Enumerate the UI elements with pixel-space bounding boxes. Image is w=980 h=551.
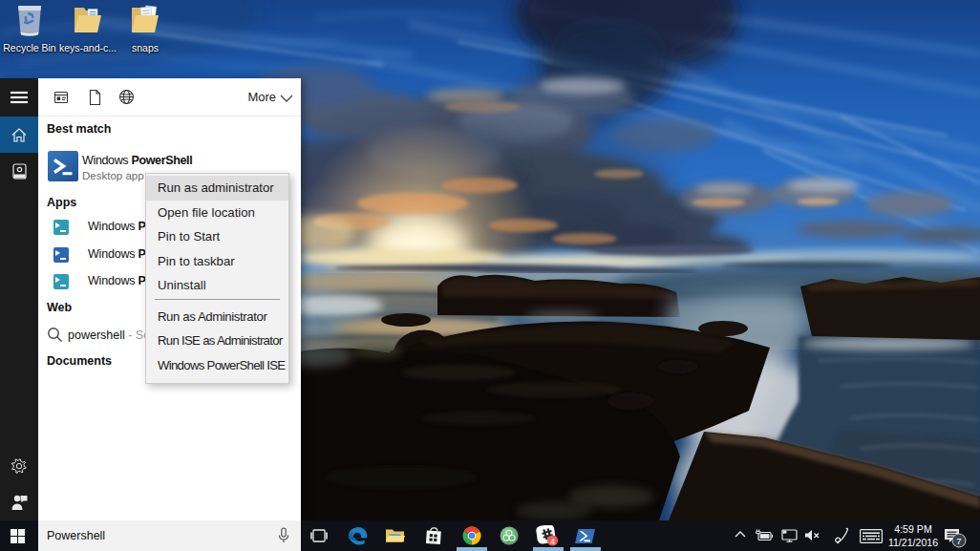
svg-text:4: 4 [550,537,555,546]
svg-text:7: 7 [956,536,961,546]
